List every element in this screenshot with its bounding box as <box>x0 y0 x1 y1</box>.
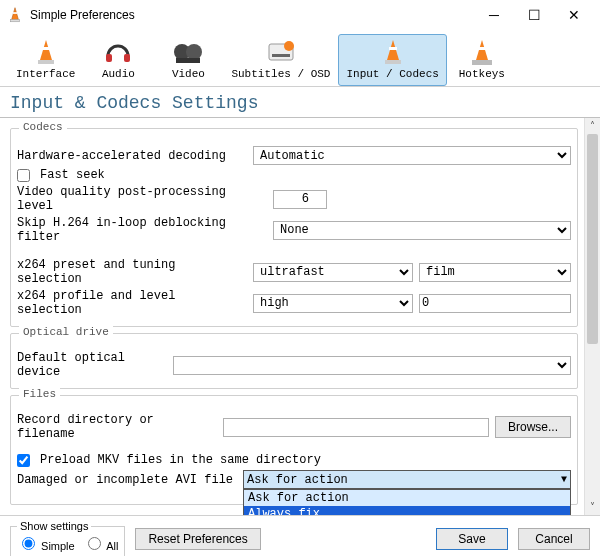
optical-default-select[interactable] <box>173 356 571 375</box>
cone-icon <box>377 38 409 68</box>
window-title: Simple Preferences <box>30 8 474 22</box>
radio-all-label[interactable]: All <box>83 534 119 552</box>
film-icon <box>172 38 204 68</box>
tab-video[interactable]: Video <box>153 34 223 86</box>
record-dir-input[interactable] <box>223 418 489 437</box>
tab-label: Input / Codecs <box>346 68 438 80</box>
footer: Show settings Simple All Reset Preferenc… <box>0 516 600 556</box>
optical-default-label: Default optical device <box>17 351 167 379</box>
avi-dropdown-list[interactable]: Ask for action Always fix Never fix Fix … <box>243 489 571 516</box>
avi-option[interactable]: Always fix <box>244 506 570 516</box>
group-label: Codecs <box>19 121 67 133</box>
interface-icon <box>30 38 62 68</box>
reset-button[interactable]: Reset Preferences <box>135 528 260 550</box>
scroll-down-icon[interactable]: ˅ <box>585 499 600 515</box>
save-button[interactable]: Save <box>436 528 508 550</box>
tab-label: Video <box>172 68 205 80</box>
svg-rect-12 <box>272 54 290 57</box>
x264-tune-select[interactable]: film <box>419 263 571 282</box>
vq-spinner[interactable] <box>273 190 327 209</box>
scrollbar-thumb[interactable] <box>587 134 598 344</box>
headphones-icon <box>102 38 134 68</box>
x264-profile-label: x264 profile and level selection <box>17 289 247 317</box>
svg-rect-7 <box>124 54 130 62</box>
tab-input-codecs[interactable]: Input / Codecs <box>338 34 446 86</box>
minimize-button[interactable]: ─ <box>474 0 514 30</box>
group-label: Optical drive <box>19 326 113 338</box>
group-codecs: Codecs Hardware-accelerated decoding Aut… <box>10 128 578 327</box>
category-toolbar: Interface Audio Video Subtitles / OSD In… <box>0 30 600 87</box>
page-heading: Input & Codecs Settings <box>0 87 600 118</box>
tab-label: Subtitles / OSD <box>231 68 330 80</box>
x264-preset-label: x264 preset and tuning selection <box>17 258 247 286</box>
tab-label: Interface <box>16 68 75 80</box>
radio-simple-label[interactable]: Simple <box>17 534 75 552</box>
svg-point-13 <box>284 41 294 51</box>
tab-label: Hotkeys <box>459 68 505 80</box>
svg-rect-10 <box>176 58 200 63</box>
tab-label: Audio <box>102 68 135 80</box>
show-settings-label: Show settings <box>17 520 91 532</box>
x264-level-input[interactable] <box>419 294 571 313</box>
svg-rect-19 <box>478 47 486 50</box>
svg-rect-2 <box>13 12 18 14</box>
fast-seek-checkbox[interactable] <box>17 169 30 182</box>
chevron-down-icon: ▼ <box>561 474 567 485</box>
radio-all[interactable] <box>88 537 101 550</box>
group-files: Files Record directory or filename Brows… <box>10 395 578 505</box>
tab-subtitles[interactable]: Subtitles / OSD <box>223 34 338 86</box>
subtitles-icon <box>265 38 297 68</box>
vq-label: Video quality post-processing level <box>17 185 267 213</box>
preload-mkv-checkbox[interactable] <box>17 454 30 467</box>
hw-decoding-select[interactable]: Automatic <box>253 146 571 165</box>
vertical-scrollbar[interactable]: ˄ ˅ <box>584 118 600 515</box>
fast-seek-label: Fast seek <box>40 168 105 182</box>
avi-option[interactable]: Ask for action <box>244 490 570 506</box>
svg-rect-16 <box>389 47 397 50</box>
title-bar: Simple Preferences ─ ☐ ✕ <box>0 0 600 30</box>
app-icon <box>6 6 24 24</box>
svg-rect-1 <box>11 20 20 22</box>
avi-label: Damaged or incomplete AVI file <box>17 473 237 487</box>
radio-simple[interactable] <box>22 537 35 550</box>
settings-scroll-area: Codecs Hardware-accelerated decoding Aut… <box>0 118 600 516</box>
svg-rect-18 <box>472 60 492 65</box>
svg-point-9 <box>186 44 202 60</box>
hotkeys-icon <box>466 38 498 68</box>
record-dir-label: Record directory or filename <box>17 413 217 441</box>
avi-combo[interactable]: Ask for action ▼ <box>243 470 571 489</box>
tab-audio[interactable]: Audio <box>83 34 153 86</box>
tab-interface[interactable]: Interface <box>8 34 83 86</box>
group-optical: Optical drive Default optical device <box>10 333 578 389</box>
group-label: Files <box>19 388 60 400</box>
scroll-up-icon[interactable]: ˄ <box>585 118 600 134</box>
x264-preset-select[interactable]: ultrafast <box>253 263 413 282</box>
show-settings-group: Show settings Simple All <box>10 520 125 556</box>
skip264-select[interactable]: None <box>273 221 571 240</box>
preload-mkv-label: Preload MKV files in the same directory <box>40 453 321 467</box>
cancel-button[interactable]: Cancel <box>518 528 590 550</box>
hw-decoding-label: Hardware-accelerated decoding <box>17 149 247 163</box>
close-button[interactable]: ✕ <box>554 0 594 30</box>
svg-rect-15 <box>385 60 401 64</box>
tab-hotkeys[interactable]: Hotkeys <box>447 34 517 86</box>
skip264-label: Skip H.264 in-loop deblocking filter <box>17 216 267 244</box>
browse-button[interactable]: Browse... <box>495 416 571 438</box>
svg-rect-4 <box>38 60 54 64</box>
svg-rect-6 <box>106 54 112 62</box>
x264-profile-select[interactable]: high <box>253 294 413 313</box>
svg-rect-5 <box>42 47 50 50</box>
maximize-button[interactable]: ☐ <box>514 0 554 30</box>
